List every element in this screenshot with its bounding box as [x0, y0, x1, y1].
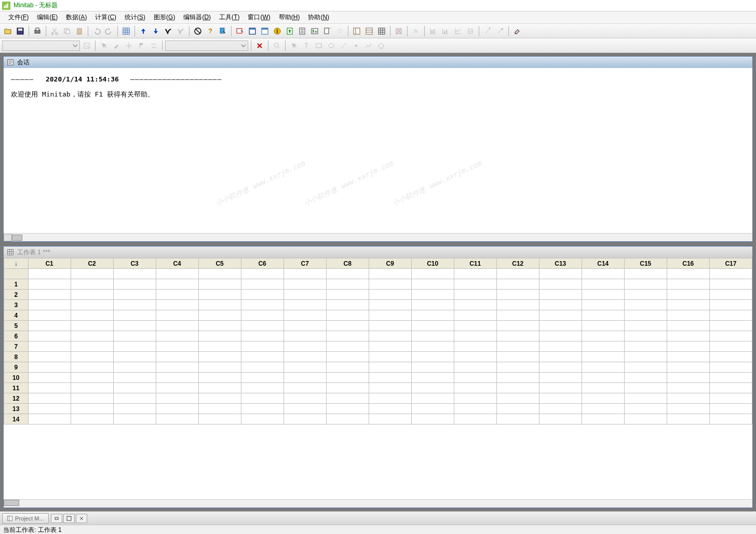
data-cell[interactable] [454, 310, 496, 321]
data-cell[interactable] [496, 362, 539, 373]
data-cell[interactable] [667, 341, 709, 352]
data-cell[interactable] [624, 383, 667, 393]
data-cell[interactable] [582, 300, 624, 310]
name-cell[interactable] [71, 269, 113, 279]
data-cell[interactable] [71, 341, 113, 352]
grid-corner[interactable]: ↓ [4, 258, 29, 269]
data-cell[interactable] [709, 279, 752, 290]
data-cell[interactable] [241, 331, 284, 341]
menu-计算[interactable]: 计算(C) [91, 12, 120, 23]
data-cell[interactable] [241, 414, 284, 425]
data-cell[interactable] [71, 352, 113, 362]
data-cell[interactable] [198, 373, 241, 383]
data-cell[interactable] [667, 383, 709, 393]
data-cell[interactable] [582, 362, 624, 373]
rect-tool-button[interactable] [313, 40, 325, 51]
data-cell[interactable] [496, 331, 539, 341]
data-cell[interactable] [709, 414, 752, 425]
worksheet-title-bar[interactable]: 工作表 1 *** [4, 247, 752, 258]
data-cell[interactable] [28, 279, 71, 290]
open-button[interactable] [2, 25, 14, 37]
data-cell[interactable] [582, 290, 624, 300]
fx-button[interactable]: fx [410, 25, 422, 37]
data-cell[interactable] [326, 310, 369, 321]
data-cell[interactable] [28, 321, 71, 331]
data-cell[interactable] [411, 414, 454, 425]
undo-button[interactable] [91, 25, 102, 37]
data-cell[interactable] [241, 341, 284, 352]
data-cell[interactable] [496, 414, 539, 425]
data-cell[interactable] [156, 290, 198, 300]
data-cell[interactable] [198, 383, 241, 393]
data-cell[interactable] [667, 404, 709, 414]
crossout-button[interactable] [393, 25, 404, 37]
data-cell[interactable] [411, 341, 454, 352]
data-cell[interactable] [28, 352, 71, 362]
data-cell[interactable] [284, 300, 326, 310]
data-cell[interactable] [156, 362, 198, 373]
data-cell[interactable] [454, 383, 496, 393]
menu-编辑[interactable]: 编辑(E) [33, 12, 62, 23]
data-cell[interactable] [624, 373, 667, 383]
data-cell[interactable] [241, 393, 284, 404]
data-cell[interactable] [113, 300, 156, 310]
name-cell[interactable] [369, 269, 411, 279]
data-cell[interactable] [113, 290, 156, 300]
name-cell[interactable] [496, 269, 539, 279]
data-cell[interactable] [369, 373, 411, 383]
cut-button[interactable] [49, 25, 60, 37]
data-cell[interactable] [326, 373, 369, 383]
data-cell[interactable] [284, 331, 326, 341]
data-cell[interactable] [539, 404, 582, 414]
find-next-button[interactable] [175, 25, 186, 37]
name-cell[interactable] [624, 269, 667, 279]
data-cell[interactable] [326, 300, 369, 310]
wand-btn-1[interactable] [482, 25, 493, 37]
data-cell[interactable] [369, 383, 411, 393]
data-cell[interactable] [539, 414, 582, 425]
data-cell[interactable] [28, 373, 71, 383]
data-cell[interactable] [326, 414, 369, 425]
data-cell[interactable] [496, 393, 539, 404]
data-cell[interactable] [582, 341, 624, 352]
data-cell[interactable] [709, 404, 752, 414]
data-cell[interactable] [624, 404, 667, 414]
data-cell[interactable] [624, 414, 667, 425]
data-cell[interactable] [454, 414, 496, 425]
row-header-6[interactable]: 6 [4, 331, 29, 341]
data-cell[interactable] [284, 290, 326, 300]
data-cell[interactable] [71, 290, 113, 300]
data-cell[interactable] [496, 383, 539, 393]
up-arrow-button[interactable] [138, 25, 149, 37]
data-cell[interactable] [539, 352, 582, 362]
data-cell[interactable] [198, 300, 241, 310]
data-cell[interactable] [539, 321, 582, 331]
edit-button[interactable] [81, 40, 92, 51]
menu-文件[interactable]: 文件(F) [4, 12, 33, 23]
flag-button[interactable] [136, 40, 147, 51]
data-cell[interactable] [241, 373, 284, 383]
data-cell[interactable] [198, 290, 241, 300]
menu-统计[interactable]: 统计(S) [120, 12, 150, 23]
data-cell[interactable] [71, 279, 113, 290]
wand-btn-2[interactable] [494, 25, 506, 37]
delete-x-button[interactable] [254, 40, 265, 51]
scroll-thumb[interactable] [12, 235, 22, 241]
data-cell[interactable] [582, 373, 624, 383]
data-cell[interactable] [496, 404, 539, 414]
data-cell[interactable] [284, 352, 326, 362]
data-cell[interactable] [411, 373, 454, 383]
data-cell[interactable] [241, 383, 284, 393]
data-cell[interactable] [156, 321, 198, 331]
data-cell[interactable] [411, 300, 454, 310]
data-cell[interactable] [156, 383, 198, 393]
data-cell[interactable] [582, 321, 624, 331]
col-header-C4[interactable]: C4 [156, 258, 198, 269]
data-cell[interactable] [326, 383, 369, 393]
find-button[interactable] [163, 25, 174, 37]
data-cell[interactable] [709, 300, 752, 310]
down-arrow-button[interactable] [150, 25, 161, 37]
data-cell[interactable] [454, 290, 496, 300]
polyline-tool-button[interactable] [363, 40, 374, 51]
data-cell[interactable] [582, 279, 624, 290]
